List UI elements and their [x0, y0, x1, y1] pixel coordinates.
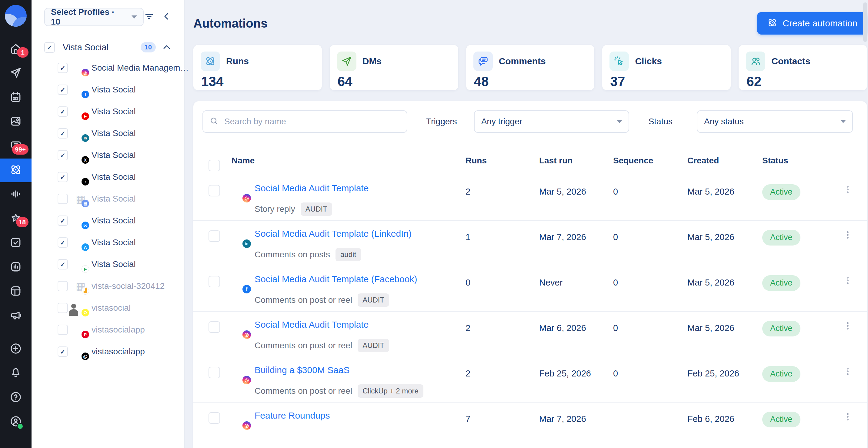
- row-checkbox[interactable]: [209, 276, 220, 287]
- collapse-panel-button[interactable]: [161, 11, 172, 23]
- create-automation-button[interactable]: Create automation: [757, 12, 867, 35]
- automation-name-link[interactable]: Social Media Audit Template: [255, 320, 369, 329]
- table-row: in Social Media Audit Template (LinkedIn…: [193, 221, 867, 266]
- tiktok-icon: ♪: [82, 178, 89, 185]
- row-checkbox[interactable]: [209, 321, 220, 333]
- list-item[interactable]: @ vistasocialapp: [32, 341, 184, 362]
- list-item[interactable]: ▦▤ Vista Social: [32, 188, 184, 210]
- instagram-icon: ◎: [243, 421, 251, 430]
- profile-checkbox[interactable]: [58, 85, 68, 95]
- select-profiles-dropdown[interactable]: Select Profiles · 10: [44, 8, 144, 26]
- list-item[interactable]: in Vista Social: [32, 122, 184, 144]
- collapse-group-button[interactable]: [161, 42, 172, 53]
- plus-circle-icon: [9, 342, 23, 356]
- status-badge: Active: [762, 321, 800, 336]
- list-item[interactable]: ▶ Vista Social: [32, 101, 184, 122]
- click-pointer-icon: [610, 52, 629, 71]
- profile-checkbox[interactable]: [58, 150, 68, 160]
- profile-checkbox[interactable]: [58, 303, 68, 313]
- profile-name: Vista Social: [92, 107, 136, 116]
- created-value: Mar 5, 2026: [687, 175, 762, 197]
- search-input[interactable]: [224, 116, 401, 127]
- nav-tasks[interactable]: [8, 236, 23, 250]
- nav-media[interactable]: [8, 115, 23, 129]
- automation-name-link[interactable]: Feature Roundups: [255, 411, 330, 420]
- profile-checkbox[interactable]: [58, 281, 68, 291]
- list-item[interactable]: A Vista Social: [32, 232, 184, 253]
- profile-checkbox[interactable]: [58, 347, 68, 357]
- vista-social-logo[interactable]: [5, 5, 27, 27]
- search-box[interactable]: [203, 110, 407, 133]
- profile-checkbox[interactable]: [58, 259, 68, 269]
- profile-checkbox[interactable]: [58, 172, 68, 182]
- row-menu-button[interactable]: [842, 357, 853, 378]
- row-checkbox[interactable]: [209, 412, 220, 424]
- row-menu-button[interactable]: [842, 175, 853, 196]
- row-checkbox[interactable]: [209, 367, 220, 378]
- linkedin-icon: in: [243, 239, 251, 248]
- nav-listening[interactable]: [8, 187, 23, 202]
- sequence-value: 0: [613, 357, 687, 379]
- list-item[interactable]: ▶ Vista Social: [32, 253, 184, 275]
- nav-advocacy[interactable]: [8, 308, 23, 323]
- row-checkbox[interactable]: [209, 185, 220, 197]
- profile-checkbox[interactable]: [58, 215, 68, 226]
- group-checkbox[interactable]: [44, 42, 55, 53]
- profile-checkbox[interactable]: [58, 128, 68, 139]
- column-header-created[interactable]: Created: [687, 156, 762, 166]
- nav-publish[interactable]: [8, 66, 23, 81]
- nav-reports[interactable]: [8, 260, 23, 275]
- nav-profile[interactable]: [8, 415, 23, 429]
- select-all-checkbox[interactable]: [209, 160, 220, 171]
- row-menu-button[interactable]: [842, 402, 853, 423]
- nav-add[interactable]: [8, 342, 23, 356]
- list-item[interactable]: P vistasocialapp: [32, 319, 184, 341]
- created-value: Mar 5, 2026: [687, 221, 762, 242]
- column-header-name[interactable]: Name: [231, 156, 466, 166]
- nav-help[interactable]: [8, 390, 23, 405]
- column-header-runs[interactable]: Runs: [466, 156, 539, 166]
- nav-web[interactable]: [8, 284, 23, 299]
- automation-tag: ClickUp + 2 more: [358, 384, 424, 398]
- status-filter-dropdown[interactable]: Any status: [697, 110, 853, 133]
- automation-name-link[interactable]: Social Media Audit Template: [255, 183, 369, 193]
- list-item[interactable]: ◎ Social Media Managem…: [32, 57, 184, 79]
- nav-calendar[interactable]: [8, 90, 23, 105]
- profile-checkbox[interactable]: [58, 107, 68, 117]
- list-item[interactable]: ⋈ Vista Social: [32, 210, 184, 232]
- column-header-last-run[interactable]: Last run: [539, 156, 613, 166]
- row-menu-button[interactable]: [842, 311, 853, 332]
- tasks-check-icon: [9, 236, 23, 250]
- list-item[interactable]: X Vista Social: [32, 144, 184, 166]
- media-image-icon: [9, 115, 23, 129]
- nav-inbox[interactable]: 99+: [8, 139, 23, 153]
- list-item[interactable]: ♪ Vista Social: [32, 166, 184, 188]
- list-item[interactable]: Ω vistasocial: [32, 297, 184, 319]
- row-menu-button[interactable]: [842, 221, 853, 241]
- list-item[interactable]: f Vista Social: [32, 79, 184, 101]
- profile-checkbox[interactable]: [58, 63, 68, 73]
- profiles-filter-button[interactable]: [144, 11, 155, 23]
- nav-home[interactable]: 1: [8, 42, 23, 56]
- row-menu-button[interactable]: [842, 266, 853, 287]
- vertical-scrollbar[interactable]: [863, 2, 867, 42]
- row-checkbox[interactable]: [209, 230, 220, 242]
- list-item[interactable]: ▦▟ vista-social-320412: [32, 275, 184, 297]
- profile-checkbox[interactable]: [58, 237, 68, 248]
- stat-value: 134: [200, 74, 315, 89]
- profile-checkbox[interactable]: [58, 325, 68, 335]
- profile-name: Vista Social: [92, 150, 136, 160]
- status-badge: Active: [762, 412, 800, 427]
- automation-name-link[interactable]: Social Media Audit Template (Facebook): [255, 274, 417, 284]
- nav-reviews[interactable]: 18: [8, 212, 23, 226]
- automation-name-link[interactable]: Social Media Audit Template (LinkedIn): [255, 229, 411, 239]
- automation-name-link[interactable]: Building a $300M SaaS: [255, 365, 350, 375]
- nav-notifications[interactable]: [8, 366, 23, 381]
- stat-label: Clicks: [635, 56, 661, 66]
- trigger-filter-dropdown[interactable]: Any trigger: [474, 110, 629, 133]
- column-header-sequence[interactable]: Sequence: [613, 156, 687, 166]
- profile-name: Social Media Managem…: [92, 63, 189, 73]
- column-header-status[interactable]: Status: [762, 156, 834, 166]
- profile-checkbox[interactable]: [58, 194, 68, 204]
- nav-automations[interactable]: [0, 158, 32, 182]
